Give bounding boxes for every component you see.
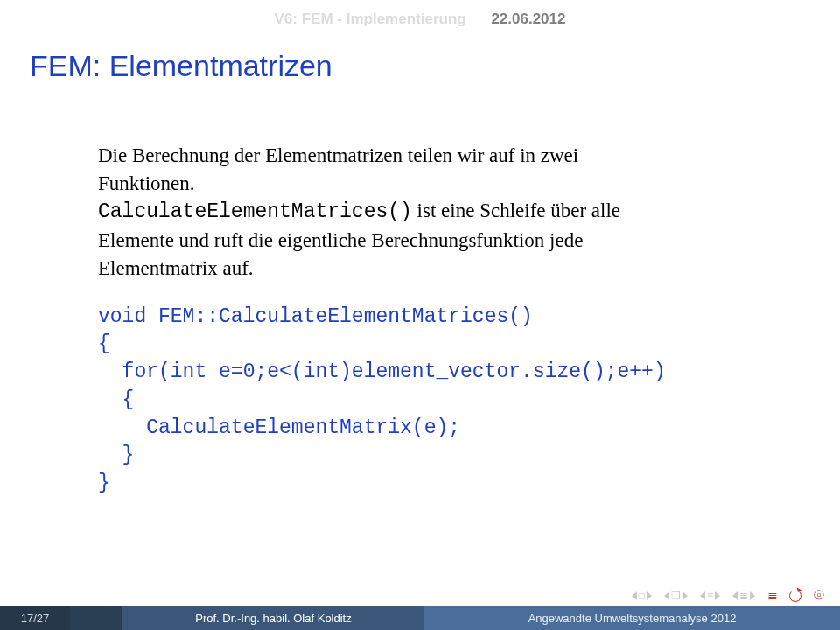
nav-appendix-icon[interactable]: ≣ bbox=[767, 588, 777, 603]
next-icon bbox=[647, 592, 652, 600]
paragraph-1: Die Berechnung der Elementmatrizen teile… bbox=[98, 142, 770, 197]
footer-title: Angewandte Umweltsystemanalyse 2012 bbox=[424, 606, 840, 630]
nav-subsection[interactable]: ≡ bbox=[700, 590, 720, 602]
nav-frame[interactable]: ❐ bbox=[664, 590, 688, 602]
next-icon bbox=[715, 592, 720, 600]
slide-header: V6: FEM - Implementierung 22.06.2012 bbox=[0, 10, 840, 28]
code-block: void FEM::CalculateElementMatrices() { f… bbox=[98, 304, 770, 498]
footer-page-number: 17/27 bbox=[0, 606, 70, 630]
section-icon: ≣ bbox=[739, 590, 748, 602]
nav-section[interactable]: ≣ bbox=[732, 590, 755, 602]
slide-body: Die Berechnung der Elementmatrizen teile… bbox=[98, 142, 770, 498]
footer-spacer bbox=[70, 606, 122, 630]
code-inline: CalculateElementMatrices() bbox=[98, 200, 412, 223]
text: Funktionen. bbox=[98, 172, 195, 194]
prev-icon bbox=[700, 592, 705, 600]
prev-icon bbox=[732, 592, 738, 600]
beamer-nav-symbols: □ ❐ ≡ ≣ ≣ ⦾ bbox=[632, 588, 824, 603]
slide-title: FEM: Elementmatrizen bbox=[30, 49, 332, 83]
slide-icon: □ bbox=[639, 590, 645, 602]
subsection-icon: ≡ bbox=[707, 590, 713, 602]
frame-icon: ❐ bbox=[671, 590, 681, 602]
prev-icon bbox=[664, 592, 669, 600]
header-date: 22.06.2012 bbox=[491, 10, 565, 27]
header-section: V6: FEM - Implementierung bbox=[275, 10, 466, 27]
text: ist eine Schleife über alle bbox=[412, 200, 620, 221]
nav-search-icon[interactable]: ⦾ bbox=[814, 588, 824, 603]
next-icon bbox=[682, 592, 688, 600]
slide-footer: 17/27 Prof. Dr.-Ing. habil. Olaf Kolditz… bbox=[0, 606, 840, 630]
nav-back-icon[interactable] bbox=[789, 590, 802, 602]
next-icon bbox=[750, 592, 755, 600]
nav-slide[interactable]: □ bbox=[632, 590, 652, 602]
footer-author: Prof. Dr.-Ing. habil. Olaf Kolditz bbox=[122, 606, 424, 630]
text: Elementmatrix auf. bbox=[98, 257, 254, 279]
paragraph-2: CalculateElementMatrices() ist eine Schl… bbox=[98, 197, 770, 282]
text: Elemente und ruft die eigentliche Berech… bbox=[98, 229, 583, 251]
prev-icon bbox=[632, 592, 637, 600]
text: Die Berechnung der Elementmatrizen teile… bbox=[98, 144, 578, 166]
